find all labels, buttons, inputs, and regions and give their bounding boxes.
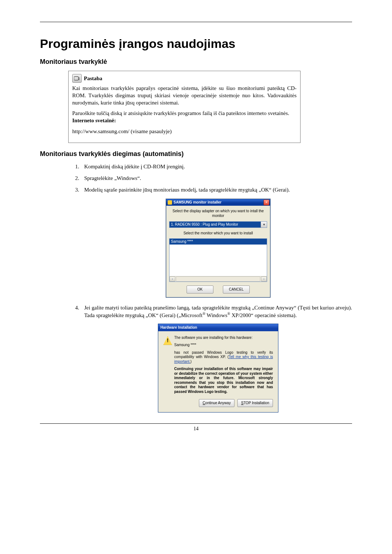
step-4-text-c: XP/2000“ operacinė sistema). <box>230 312 297 318</box>
monitor-listbox[interactable]: Samsung **** ‹ › <box>169 238 267 282</box>
step-4-text-b: Windows <box>205 312 227 318</box>
cancel-button[interactable]: CANCEL <box>223 286 250 294</box>
hardware-text-column: The software you are installing for this… <box>174 336 273 394</box>
adapter-selected-value: 1. RADEON 9550 : Plug and Play Monitor <box>171 222 238 227</box>
note-paragraph-1: Kai monitoriaus tvarkyklės paprašys oper… <box>72 85 297 106</box>
hw-line-3: has not passed Windows Logo testing to v… <box>174 350 273 364</box>
hw-line-3b: ) <box>190 360 191 364</box>
step-1: Kompaktinį diską įdėkite į CD-ROM įrengi… <box>81 163 352 170</box>
note-paragraph-2: Paruoškite tuščią diską ir atsisiųskite … <box>72 110 297 117</box>
note-body: Kai monitoriaus tvarkyklės paprašys oper… <box>72 85 297 135</box>
scroll-right-icon[interactable]: › <box>261 276 267 282</box>
page-title: Programinės įrangos naudojimas <box>40 37 352 51</box>
warning-icon: ! <box>163 336 172 345</box>
continue-anyway-button[interactable]: Continue Anyway <box>199 399 234 407</box>
stop-underline: S <box>241 401 244 405</box>
hardware-icon-column: ! <box>163 336 174 394</box>
installer-titlebar: SAMSUNG monitor installer × <box>166 199 270 206</box>
note-header: Pastaba <box>72 74 297 83</box>
installer-window: SAMSUNG monitor installer × Select the d… <box>166 199 270 298</box>
step-3: Modelių sąraše pasirinkite jūsų monitori… <box>81 186 352 297</box>
note-site-url: http://www.samsung.com/ (visame pasaulyj… <box>72 128 297 135</box>
installer-instruction-2: Select the monitor which you want to ins… <box>169 231 267 236</box>
section-heading-driver: Monitoriaus tvarkyklė <box>40 58 352 66</box>
close-icon[interactable]: × <box>264 200 269 205</box>
note-label: Pastaba <box>84 75 102 82</box>
scroll-left-icon[interactable]: ‹ <box>170 276 175 282</box>
continue-underline: C <box>203 401 205 405</box>
ok-button[interactable]: OK <box>187 286 213 294</box>
hardware-dialog-title: Hardware Installation <box>158 324 278 331</box>
top-divider <box>40 22 352 22</box>
installer-client: Select the display adapter on which you … <box>166 206 270 297</box>
hw-bold-block: Continuing your installation of this sof… <box>174 367 273 394</box>
scroll-track[interactable] <box>176 276 260 282</box>
list-horizontal-scrollbar[interactable]: ‹ › <box>170 276 267 282</box>
install-steps: Kompaktinį diską įdėkite į CD-ROM įrengi… <box>40 163 352 413</box>
hardware-button-row: Continue Anyway STOP Installation <box>158 399 278 412</box>
monitor-list-selected[interactable]: Samsung **** <box>170 239 267 245</box>
chevron-down-icon[interactable]: ▾ <box>261 222 267 227</box>
note-box: Pastaba Kai monitoriaus tvarkyklės papra… <box>68 71 301 143</box>
document-page: Programinės įrangos naudojimas Monitoria… <box>0 0 392 554</box>
stop-installation-button[interactable]: STOP Installation <box>237 399 273 407</box>
hardware-install-dialog: Hardware Installation ! The software you… <box>158 324 278 413</box>
installer-app-icon <box>168 200 172 205</box>
installer-title: SAMSUNG monitor installer <box>173 200 264 205</box>
hw-line-1: The software you are installing for this… <box>174 336 273 340</box>
adapter-select[interactable]: 1. RADEON 9550 : Plug and Play Monitor ▾ <box>169 221 267 228</box>
installer-instruction-1: Select the display adapter on which you … <box>169 209 267 218</box>
step-4: Jei galite matyti toliau pateiktą praneš… <box>81 304 352 413</box>
hardware-dialog-body: ! The software you are installing for th… <box>158 331 278 399</box>
installer-button-row: OK CANCEL <box>169 286 267 294</box>
hw-bold-text: Continuing your installation of this sof… <box>174 367 273 394</box>
note-site-label: Interneto svetainė: <box>72 118 116 123</box>
note-icon <box>72 74 82 83</box>
step-2: Spragtelėkite „Windows“. <box>81 175 352 182</box>
section-heading-install: Monitoriaus tvarkyklės diegimas (automat… <box>40 150 352 158</box>
hw-line-2: Samsung **** <box>174 343 273 348</box>
registered-mark-icon: ® <box>203 312 205 316</box>
bottom-divider <box>40 423 352 424</box>
step-3-text: Modelių sąraše pasirinkite jūsų monitori… <box>84 187 290 193</box>
page-number: 14 <box>40 426 352 432</box>
